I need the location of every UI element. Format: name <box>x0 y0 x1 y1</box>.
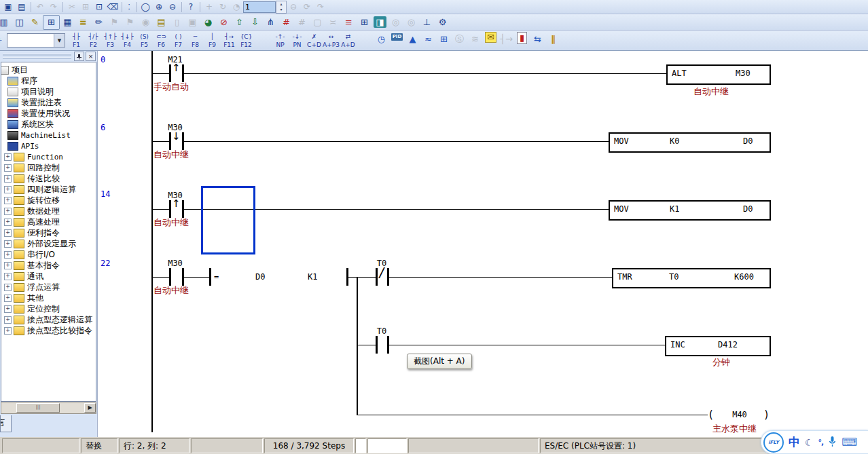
tree-item-system-block[interactable]: +系统区块 <box>1 119 96 130</box>
tree-item-device-usage[interactable]: +装置使用状况 <box>1 108 96 119</box>
ladder-doc-icon[interactable]: ▤ <box>153 16 169 29</box>
tree-item-api-external-display[interactable]: +外部设定显示 <box>1 238 96 249</box>
contact-arrow-icon[interactable]: ┤→ <box>499 32 514 50</box>
tree-item-api-others[interactable]: +其他 <box>1 292 96 303</box>
element-combo[interactable]: ▼ <box>7 33 65 48</box>
expander-icon[interactable]: + <box>4 284 12 291</box>
tree-item-api-high-speed[interactable]: +高速处理 <box>1 216 96 227</box>
upload-plc-icon[interactable]: ⇩ <box>247 16 263 29</box>
stop-icon[interactable]: ⊘ <box>216 16 232 29</box>
cd-button[interactable]: ✗C+D <box>306 32 323 50</box>
page-number-input[interactable] <box>243 1 276 13</box>
expander-icon[interactable]: + <box>4 305 12 313</box>
row-insert-icon[interactable]: ≡ <box>341 16 357 29</box>
ladder-canvas[interactable]: 0 6 14 22 ↑ M21 手动自动 ALT M30 自动中继 <box>97 51 868 437</box>
expander-icon[interactable]: + <box>4 316 12 324</box>
globe-icon[interactable]: ◕ <box>200 16 216 29</box>
horizontal-scrollbar[interactable]: ||| ▶ <box>1 402 96 414</box>
contact-no-button[interactable]: ┤├F1 <box>68 32 85 50</box>
tree-item-api-comm[interactable]: +通讯 <box>1 271 96 282</box>
set-coil-button[interactable]: (S)F5 <box>136 32 153 50</box>
zoom-icon[interactable]: ◯ <box>139 1 152 13</box>
instruction-box-inc[interactable]: INC D412 <box>665 336 771 356</box>
ap-button[interactable]: ↔A+P3 <box>323 32 340 50</box>
tree-item-api-loop-control[interactable]: +回路控制 <box>1 162 96 173</box>
erase-icon[interactable]: ⌫ <box>106 1 120 13</box>
expander-icon[interactable]: + <box>4 197 12 204</box>
scrollbar-thumb[interactable]: ||| <box>16 403 60 413</box>
save-icon[interactable]: ▣ <box>1 1 15 13</box>
tree-item-project-desc[interactable]: +项目说明 <box>1 86 96 97</box>
expander-icon[interactable]: + <box>4 251 12 259</box>
document-icon[interactable]: ▯ <box>169 16 185 29</box>
contact-nc-button[interactable]: ┤/├F2 <box>85 32 102 50</box>
ime-language-toggle[interactable]: 中 <box>789 434 800 450</box>
io-view-icon[interactable]: ≍ <box>325 16 341 29</box>
delete-icon[interactable]: ⊖ <box>287 1 300 13</box>
paste-icon[interactable]: ⊡ <box>92 1 106 13</box>
satellite-icon[interactable]: ⋔ <box>263 16 278 29</box>
tree-item-api-positioning[interactable]: +定位控制 <box>1 303 96 314</box>
transfer-icon[interactable]: ⇆ <box>530 32 545 50</box>
tree-item-api-contact-logic[interactable]: +接点型态逻辑运算 <box>1 314 96 325</box>
tree-item-api-transfer-compare[interactable]: +传送比较 <box>1 173 96 184</box>
panel-tab[interactable]: 言 <box>0 415 12 432</box>
block-copy-icon[interactable]: ⊞ <box>357 16 372 29</box>
ladder-view-icon[interactable]: ⊞ <box>43 15 60 30</box>
download-plc-icon[interactable]: ⇧ <box>232 16 247 29</box>
tree-item-project-root[interactable]: 项目 <box>1 64 96 75</box>
flag-icon[interactable]: ⚑ <box>107 16 122 29</box>
punctuation-toggle[interactable]: °, <box>818 438 824 447</box>
expander-icon[interactable]: + <box>4 164 12 172</box>
swap-icon[interactable]: ↷ <box>314 1 327 13</box>
flag2-icon[interactable]: ⚑ <box>122 16 138 29</box>
scroll-right-icon[interactable]: ▶ <box>84 403 96 413</box>
tree-item-api-contact-compare[interactable]: +接点型态比较指令 <box>1 325 96 336</box>
chart-icon[interactable]: ▲ <box>405 32 420 50</box>
instruction-box-alt[interactable]: ALT M30 <box>666 64 771 85</box>
pn-button[interactable]: -↓-PN <box>289 32 306 50</box>
tree-item-apis[interactable]: +APIs <box>1 140 96 151</box>
stopwatch-icon[interactable]: ◷ <box>374 32 389 50</box>
tree-item-api-basic[interactable]: +基本指令 <box>1 260 96 271</box>
find-ip-icon[interactable]: ◎ <box>403 16 419 29</box>
cut-icon[interactable]: ✂ <box>65 1 79 13</box>
close-icon[interactable]: × <box>86 52 96 61</box>
expander-icon[interactable]: + <box>4 240 12 248</box>
refresh-icon[interactable]: ⟳ <box>300 1 314 13</box>
disk-icon[interactable]: ▣ <box>185 16 200 29</box>
help-icon[interactable]: ? <box>184 1 198 13</box>
ball-icon[interactable]: ◔ <box>230 1 243 13</box>
layers-icon[interactable]: ⊞ <box>436 32 452 50</box>
instruction-box-mov-k1[interactable]: MOV K1 D0 <box>609 200 771 221</box>
snap-grid-icon[interactable]: ⁚ <box>124 1 134 13</box>
tree-item-program[interactable]: +程序 <box>1 75 96 86</box>
columns-icon[interactable]: ≋ <box>467 32 483 50</box>
hline-button[interactable]: ─F8 <box>187 32 204 50</box>
s-globe-icon[interactable]: Ⓢ <box>452 32 467 50</box>
insert-icon[interactable]: + <box>202 1 216 13</box>
edit-program-icon[interactable]: ✎ <box>27 16 43 29</box>
contact-fall-button[interactable]: ┤↓├F4 <box>119 32 136 50</box>
tree-item-api-float[interactable]: +浮点运算 <box>1 282 96 292</box>
page-spinner[interactable]: ▴▾ <box>276 1 287 14</box>
expander-icon[interactable]: + <box>4 175 12 183</box>
rotate-icon[interactable]: ↻ <box>216 1 230 13</box>
ad-button[interactable]: ⇄A+D <box>340 32 357 50</box>
moon-icon[interactable]: ☾ <box>805 437 814 448</box>
expander-icon[interactable]: + <box>4 295 12 302</box>
zoom-in-icon[interactable]: ⊕ <box>152 1 166 13</box>
comment-list-icon[interactable]: ≣ <box>75 16 91 29</box>
tree-item-api-handy[interactable]: +便利指令 <box>1 227 96 238</box>
monitor-off-icon[interactable]: ▢ <box>310 16 325 29</box>
zoom-out-icon[interactable]: ⊖ <box>166 1 179 13</box>
copy-icon[interactable]: ⊞ <box>79 1 92 13</box>
expander-icon[interactable]: + <box>4 229 12 237</box>
expander-icon[interactable]: + <box>4 153 12 161</box>
ifly-logo[interactable]: iFLY <box>763 432 784 453</box>
keyboard-icon[interactable]: ⌨ <box>842 436 857 449</box>
pid-icon[interactable]: PID <box>389 32 405 50</box>
monitor-ladder-icon[interactable]: ▥ <box>0 16 12 29</box>
coil-button[interactable]: ⊂⊃F6 <box>153 32 170 50</box>
instruction-box-mov-k0[interactable]: MOV K0 D0 <box>609 132 771 153</box>
